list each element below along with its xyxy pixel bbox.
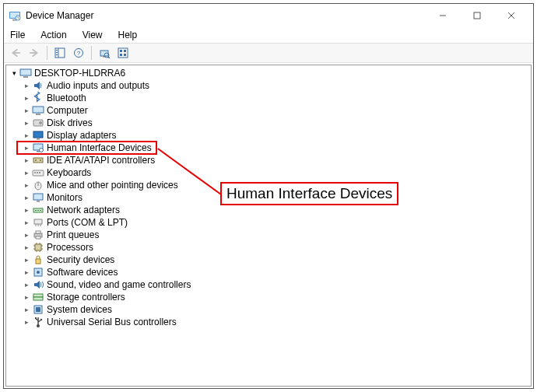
chevron-right-icon[interactable]: ▸ (22, 129, 31, 142)
chevron-right-icon[interactable]: ▸ (22, 229, 31, 241)
app-icon (9, 9, 21, 22)
port-icon (32, 216, 44, 229)
minimize-button[interactable] (426, 5, 460, 26)
device-tree[interactable]: ▾ DESKTOP-HLDRRA6 ▸Audio inputs and outp… (5, 65, 532, 387)
svg-rect-55 (36, 236, 40, 239)
tree-category-row[interactable]: ▸Ports (COM & LPT) (19, 216, 531, 229)
svg-rect-52 (34, 219, 42, 224)
tree-category-row[interactable]: ▸Human Interface Devices (19, 142, 531, 154)
usb-icon (32, 316, 44, 328)
svg-rect-28 (33, 107, 44, 113)
show-hide-console-tree-button[interactable] (51, 44, 68, 61)
tree-category-label: Processors (47, 241, 93, 254)
tree-category-row[interactable]: ▸Display adapters (19, 129, 531, 142)
tree-category-row[interactable]: ▸Security devices (19, 254, 531, 266)
svg-rect-43 (39, 172, 40, 173)
back-button[interactable] (7, 44, 24, 61)
tree-category-row[interactable]: ▸Sound, video and game controllers (19, 278, 531, 291)
chevron-right-icon[interactable]: ▸ (22, 241, 31, 254)
tree-category-row[interactable]: ▸Network adapters (19, 204, 531, 216)
toolbar: ? (4, 43, 533, 63)
chevron-right-icon[interactable]: ▸ (22, 204, 31, 216)
chevron-right-icon[interactable]: ▸ (22, 291, 31, 303)
svg-rect-27 (23, 76, 28, 78)
tree-category-row[interactable]: ▸Computer (19, 104, 531, 117)
bluetooth-icon (32, 92, 44, 104)
svg-rect-51 (40, 210, 41, 211)
tree-category-row[interactable]: ▸Processors (19, 241, 531, 254)
chevron-right-icon[interactable]: ▸ (22, 216, 31, 229)
menu-view[interactable]: View (79, 29, 106, 41)
tree-category-row[interactable]: ▸System devices (19, 303, 531, 316)
tree-category-label: Sound, video and game controllers (47, 278, 191, 291)
tree-category-row[interactable]: ▸Storage controllers (19, 291, 531, 303)
display-icon (32, 129, 44, 142)
titlebar: Device Manager (4, 4, 533, 27)
tree-category-label: Bluetooth (47, 92, 86, 104)
svg-rect-32 (33, 131, 43, 138)
cpu-icon (32, 241, 44, 254)
tree-category-label: Display adapters (47, 129, 116, 142)
tree-category-row[interactable]: ▸Bluetooth (19, 92, 531, 104)
tree-category-label: IDE ATA/ATAPI controllers (47, 154, 155, 166)
chevron-right-icon[interactable]: ▸ (22, 117, 31, 129)
chevron-right-icon[interactable]: ▸ (22, 154, 31, 166)
forward-button[interactable] (26, 44, 43, 61)
tree-category-row[interactable]: ▸IDE ATA/ATAPI controllers (19, 154, 531, 166)
audio-icon (32, 79, 44, 92)
chevron-right-icon[interactable]: ▸ (22, 303, 31, 316)
chevron-right-icon[interactable]: ▸ (22, 191, 31, 204)
scan-icon-button[interactable] (114, 44, 132, 61)
menu-action[interactable]: Action (37, 29, 69, 41)
tree-category-row[interactable]: ▸Keyboards (19, 166, 531, 179)
tree-category-label: Keyboards (47, 166, 91, 179)
tree-category-label: Mice and other pointing devices (47, 179, 178, 191)
tree-root-label: DESKTOP-HLDRRA6 (34, 67, 125, 79)
tree-category-label: Print queues (47, 229, 99, 241)
menu-help[interactable]: Help (115, 29, 141, 41)
chevron-right-icon[interactable]: ▸ (22, 278, 31, 291)
computer-icon (32, 104, 44, 117)
chevron-right-icon[interactable]: ▸ (22, 104, 31, 117)
svg-point-67 (40, 319, 42, 320)
svg-rect-12 (56, 50, 58, 51)
tree-category-row[interactable]: ▸Universal Serial Bus controllers (19, 316, 531, 328)
chevron-right-icon[interactable]: ▸ (22, 254, 31, 266)
storage-icon (32, 291, 44, 303)
svg-text:?: ? (77, 50, 81, 57)
svg-point-38 (35, 159, 37, 161)
close-button[interactable] (494, 5, 528, 26)
svg-rect-66 (35, 317, 37, 319)
tree-category-label: Human Interface Devices (47, 142, 152, 154)
computer-icon (19, 67, 32, 79)
ide-icon (32, 154, 44, 166)
chevron-right-icon[interactable]: ▸ (22, 316, 31, 328)
mouse-icon (32, 179, 44, 191)
tree-category-row[interactable]: ▸Software devices (19, 266, 531, 278)
chevron-right-icon[interactable]: ▸ (22, 179, 31, 191)
tree-category-label: Network adapters (47, 204, 120, 216)
tree-category-row[interactable]: ▸Audio inputs and outputs (19, 79, 531, 92)
maximize-button[interactable] (460, 5, 494, 26)
svg-rect-33 (37, 138, 40, 140)
chevron-right-icon[interactable]: ▸ (22, 142, 31, 154)
chevron-right-icon[interactable]: ▸ (22, 92, 31, 104)
chevron-right-icon[interactable]: ▸ (22, 266, 31, 278)
svg-rect-54 (36, 231, 40, 233)
tree-category-row[interactable]: ▸Disk drives (19, 117, 531, 129)
help-button[interactable]: ? (70, 44, 87, 61)
svg-rect-24 (120, 54, 122, 56)
tree-root-row[interactable]: ▾ DESKTOP-HLDRRA6 (6, 67, 531, 79)
chevron-right-icon[interactable]: ▸ (22, 166, 31, 179)
device-manager-window: Device Manager File Action View Help ? ▾… (3, 3, 534, 389)
chevron-down-icon[interactable]: ▾ (9, 67, 19, 79)
svg-point-39 (40, 159, 41, 161)
chevron-right-icon[interactable]: ▸ (22, 79, 31, 92)
svg-rect-42 (37, 172, 38, 173)
monitor-icon (32, 191, 44, 204)
tree-category-row[interactable]: ▸Print queues (19, 229, 531, 241)
svg-rect-57 (36, 259, 40, 264)
menu-file[interactable]: File (7, 29, 28, 41)
svg-rect-13 (56, 52, 58, 53)
scan-hardware-button[interactable] (96, 44, 113, 61)
